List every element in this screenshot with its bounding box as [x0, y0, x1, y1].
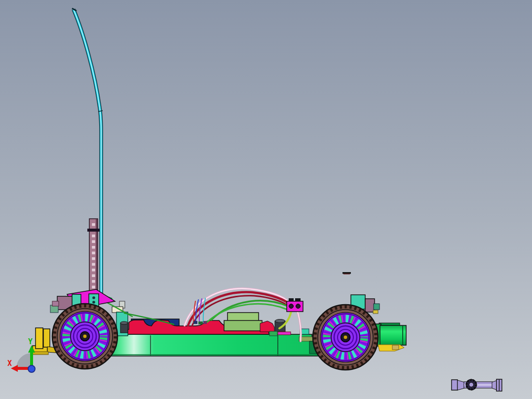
viewport-canvas[interactable]: X Y — [0, 0, 532, 399]
z-axis-dot — [28, 365, 35, 372]
shaft-left-flare — [457, 380, 464, 390]
chassis-plate — [105, 334, 327, 356]
shaft-gear-center — [469, 383, 474, 387]
capacitor-front-top — [120, 321, 128, 324]
motor-khaki-bit — [392, 345, 399, 350]
esc-base — [224, 320, 262, 331]
bumper-post-1 — [36, 328, 43, 349]
bumper-post-2 — [43, 329, 50, 347]
connector-hole-1 — [289, 304, 294, 309]
antenna-mount-tube[interactable] — [87, 219, 100, 295]
connector-hole-2 — [296, 304, 301, 309]
x-axis-label: X — [7, 359, 12, 368]
plug-purple — [203, 321, 207, 324]
plug-green — [198, 321, 203, 324]
esc-box[interactable] — [224, 313, 262, 331]
wire-plugs — [193, 321, 207, 324]
y-axis-label: Y — [28, 337, 33, 346]
esc-top — [228, 313, 259, 321]
front-wheel[interactable] — [52, 304, 117, 369]
cad-viewport[interactable]: X Y — [0, 0, 532, 399]
post-hole-1 — [92, 296, 95, 299]
post-hole-2 — [92, 301, 95, 304]
fragment-bar — [342, 272, 351, 274]
magenta-strip — [278, 332, 291, 335]
small-mauve-step — [52, 301, 59, 306]
mount-tube-clip — [87, 229, 100, 232]
chassis-deck[interactable] — [105, 334, 327, 356]
plug-blue — [193, 321, 197, 324]
rear-small-block — [374, 304, 380, 310]
fragment-underline — [343, 274, 350, 275]
rear-wheel[interactable] — [313, 305, 378, 370]
capacitor-rear-top — [275, 319, 285, 323]
green-bit — [269, 331, 277, 336]
rear-yellow-bit — [373, 310, 378, 314]
floating-fragment[interactable] — [342, 272, 351, 275]
shaft-left-cap — [452, 380, 457, 390]
